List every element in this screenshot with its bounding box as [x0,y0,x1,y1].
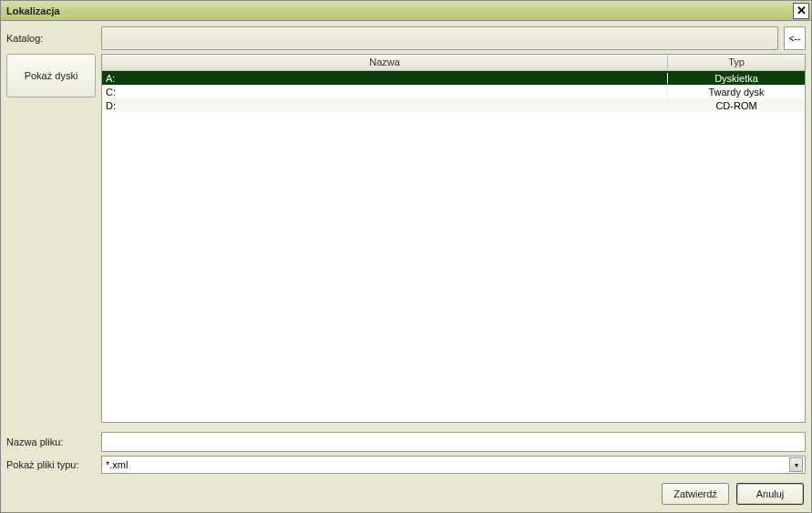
table-row[interactable]: C: Twardy dysk [102,85,805,98]
close-icon: ✕ [797,5,807,16]
cell-type: CD-ROM [668,100,805,111]
cell-name: A: [102,73,668,84]
table-row[interactable]: D: CD-ROM [102,98,805,112]
dialog-content: Katalog: <-- Pokaż dyski Nazwa Typ A: Dy… [1,21,811,512]
cell-type: Twardy dysk [668,87,805,97]
dialog-window: Lokalizacja ✕ Katalog: <-- Pokaż dyski N… [0,0,812,513]
filename-input[interactable] [101,432,806,452]
file-table: Nazwa Typ A: Dyskietka C: Twardy dysk D:… [101,54,806,423]
back-arrow-icon: <-- [789,34,801,44]
katalog-label: Katalog: [6,33,96,44]
filetype-row: Pokaż pliki typu: *.xml ▾ [1,456,811,477]
main-row: Pokaż dyski Nazwa Typ A: Dyskietka C: Tw… [1,54,811,428]
buttons-row: Zatwierdź Anuluj [1,477,811,512]
cell-name: C: [102,87,668,97]
cell-type: Dyskietka [668,73,805,84]
filename-label: Nazwa pliku: [6,436,96,447]
back-button[interactable]: <-- [784,26,806,50]
filetype-value: *.xml [106,459,789,470]
table-header: Nazwa Typ [102,55,805,71]
confirm-button[interactable]: Zatwierdź [662,483,729,505]
table-body[interactable]: A: Dyskietka C: Twardy dysk D: CD-ROM [102,71,805,422]
chevron-down-icon[interactable]: ▾ [789,457,803,472]
filetype-label: Pokaż pliki typu: [6,459,96,470]
close-button[interactable]: ✕ [793,3,809,19]
filename-row: Nazwa pliku: [1,428,811,456]
cell-name: D: [102,100,668,111]
table-row[interactable]: A: Dyskietka [102,71,805,85]
show-disks-button[interactable]: Pokaż dyski [6,54,96,97]
katalog-row: Katalog: <-- [1,21,811,54]
titlebar: Lokalizacja ✕ [1,1,811,21]
katalog-input[interactable] [101,26,778,50]
cancel-button[interactable]: Anuluj [736,483,804,505]
column-header-type[interactable]: Typ [668,55,805,70]
window-title: Lokalizacja [6,5,793,16]
filetype-select[interactable]: *.xml ▾ [101,456,806,474]
column-header-name[interactable]: Nazwa [102,55,668,70]
